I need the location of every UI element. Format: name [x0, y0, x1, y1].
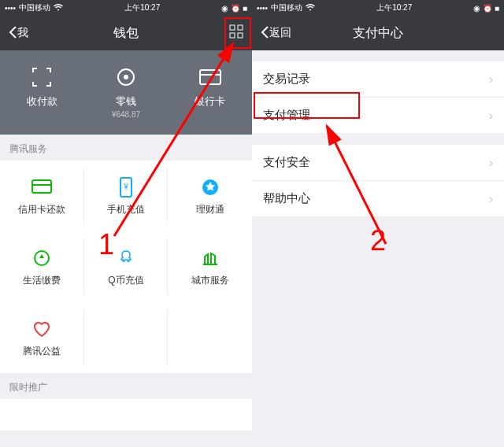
- wifi-icon: [54, 4, 63, 13]
- wallet-panel: 收付款 零钱 ¥648.87 银行卡: [0, 50, 252, 135]
- pay-receive-label: 收付款: [0, 94, 84, 109]
- page-title: 钱包: [0, 25, 252, 42]
- lifepay-icon: [32, 247, 51, 269]
- tencent-charity[interactable]: 腾讯公益: [0, 302, 84, 373]
- chevron-left-icon: [8, 25, 17, 42]
- balance-label: 零钱: [84, 94, 169, 109]
- balance[interactable]: 零钱 ¥648.87: [84, 65, 169, 119]
- carrier-label: 中国移动: [271, 2, 302, 13]
- phone-topup[interactable]: ¥ 手机充值: [84, 161, 169, 231]
- back-button[interactable]: 返回: [260, 25, 291, 42]
- back-label: 返回: [269, 26, 291, 40]
- section-promo: 限时推广: [0, 373, 252, 399]
- bank-cards-label: 银行卡: [168, 94, 252, 109]
- phone-wallet: •••• 中国移动 上午10:27 ◉ ⏰ ■ 我 钱包: [0, 0, 252, 447]
- item-label: 帮助中心: [263, 191, 310, 206]
- life-payment[interactable]: 生活缴费: [0, 231, 84, 302]
- time-label: 上午10:27: [376, 2, 412, 13]
- chevron-right-icon: ›: [489, 192, 493, 206]
- item-payment-manage[interactable]: 支付管理 ›: [252, 98, 504, 134]
- nav-bar: 返回 支付中心: [252, 16, 504, 50]
- status-icons: ◉ ⏰ ■: [473, 4, 499, 13]
- wallet-icon: [84, 65, 169, 90]
- empty-cell: [168, 302, 252, 373]
- licaitong[interactable]: 理财通: [168, 161, 252, 231]
- cell-label: 生活缴费: [23, 274, 61, 287]
- item-label: 支付管理: [263, 108, 310, 123]
- status-icons: ◉ ⏰ ■: [221, 4, 247, 13]
- cell-label: Q币充值: [108, 274, 143, 287]
- credit-card-icon: [32, 176, 52, 198]
- cell-label: 城市服务: [191, 274, 229, 287]
- cell-label: 手机充值: [107, 203, 145, 216]
- svg-rect-3: [238, 33, 243, 38]
- licai-icon: [201, 176, 220, 198]
- back-label: 我: [17, 26, 28, 40]
- svg-text:¥: ¥: [123, 183, 128, 191]
- city-icon: [201, 247, 220, 269]
- charity-icon: [32, 318, 52, 340]
- chevron-right-icon: ›: [489, 109, 493, 123]
- credit-card-repay[interactable]: 信用卡还款: [0, 161, 84, 231]
- grid-icon: [228, 24, 244, 42]
- time-label: 上午10:27: [124, 2, 160, 13]
- pay-receive[interactable]: 收付款: [0, 65, 84, 119]
- card-icon: [168, 65, 252, 90]
- svg-rect-0: [230, 25, 235, 30]
- promo-grid: [0, 399, 252, 430]
- phone-icon: ¥: [119, 176, 133, 198]
- cell-label: 理财通: [196, 203, 224, 216]
- item-payment-security[interactable]: 支付安全 ›: [252, 145, 504, 181]
- settings-list-2: 支付安全 › 帮助中心 ›: [252, 145, 504, 217]
- back-button[interactable]: 我: [8, 25, 28, 42]
- services-grid: 信用卡还款 ¥ 手机充值 理财通 生活缴费: [0, 161, 252, 373]
- item-label: 支付安全: [263, 155, 310, 170]
- item-transactions[interactable]: 交易记录 ›: [252, 61, 504, 98]
- balance-amount: ¥648.87: [84, 110, 169, 119]
- qcoin-icon: [117, 247, 135, 269]
- qcoin-topup[interactable]: Q币充值: [84, 231, 169, 302]
- item-label: 交易记录: [263, 72, 310, 87]
- signal-icon: ••••: [5, 4, 16, 13]
- carrier-label: 中国移动: [19, 2, 50, 13]
- svg-rect-2: [230, 33, 235, 38]
- section-tencent-services: 腾讯服务: [0, 135, 252, 161]
- cell-label: 信用卡还款: [18, 203, 65, 216]
- svg-point-5: [124, 75, 128, 79]
- chevron-right-icon: ›: [489, 156, 493, 170]
- phone-payment-center: •••• 中国移动 上午10:27 ◉ ⏰ ■ 返回 支付中心: [252, 0, 504, 447]
- bank-cards[interactable]: 银行卡: [168, 65, 252, 119]
- item-help-center[interactable]: 帮助中心 ›: [252, 181, 504, 217]
- settings-list: 交易记录 › 支付管理 ›: [252, 61, 504, 134]
- wifi-icon: [306, 4, 315, 13]
- svg-rect-6: [200, 70, 220, 84]
- scan-icon: [0, 65, 84, 90]
- empty-cell: [84, 302, 169, 373]
- city-services[interactable]: 城市服务: [168, 231, 252, 302]
- grid-menu-button[interactable]: [228, 24, 244, 42]
- svg-rect-8: [32, 180, 51, 193]
- status-bar: •••• 中国移动 上午10:27 ◉ ⏰ ■: [252, 0, 504, 16]
- svg-rect-1: [238, 25, 243, 30]
- chevron-left-icon: [260, 25, 269, 42]
- cell-label: 腾讯公益: [23, 345, 61, 358]
- signal-icon: ••••: [257, 4, 268, 13]
- chevron-right-icon: ›: [489, 72, 493, 87]
- status-bar: •••• 中国移动 上午10:27 ◉ ⏰ ■: [0, 0, 252, 16]
- nav-bar: 我 钱包: [0, 16, 252, 50]
